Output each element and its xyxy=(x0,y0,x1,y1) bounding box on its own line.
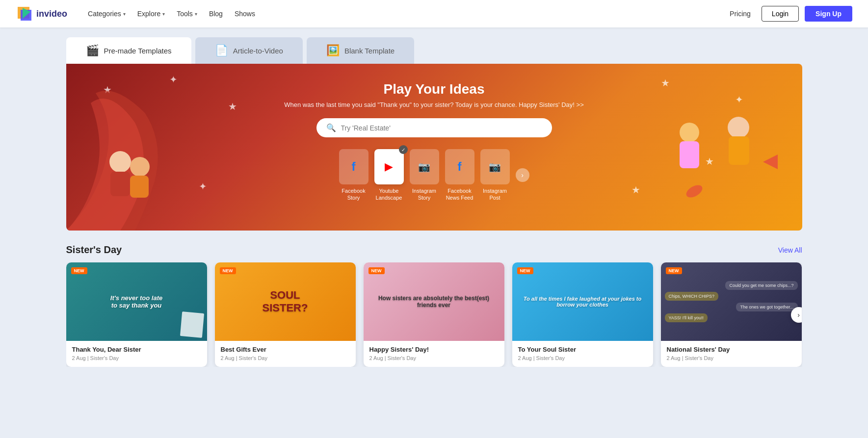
new-badge: NEW xyxy=(220,267,236,274)
formats-next-button[interactable]: › xyxy=(516,168,529,182)
card-thumbnail-2: NEW SOULSISTER? xyxy=(215,262,356,341)
svg-rect-5 xyxy=(110,172,130,196)
tab-article-to-video[interactable]: 📄 Article-to-Video xyxy=(195,37,303,64)
svg-rect-8 xyxy=(680,141,699,168)
logo[interactable]: invideo xyxy=(16,5,67,23)
format-label-ig-post: InstagramPost xyxy=(483,187,507,202)
navbar: invideo Categories ▾ Explore ▾ Tools ▾ B… xyxy=(0,0,868,27)
format-icon-box-fb-feed: f xyxy=(445,149,474,184)
article-icon: 📄 xyxy=(215,44,228,57)
signup-button[interactable]: Sign Up xyxy=(805,6,852,22)
card-meta-2: 2 Aug | Sister's Day xyxy=(221,355,350,361)
star-deco: ★ xyxy=(661,77,670,89)
svg-point-9 xyxy=(728,117,749,138)
format-label-fb-feed: FacebookNews Feed xyxy=(446,187,473,202)
card-2[interactable]: NEW SOULSISTER? Best Gifts Ever 2 Aug | … xyxy=(215,262,356,367)
card-thumbnail-3: NEW How sisters are absolutely the best(… xyxy=(364,262,504,341)
nav-right: Pricing Login Sign Up xyxy=(725,6,852,22)
banner: ★ ✦ ★ ★ ✦ ★ ✦ ★ ★ xyxy=(66,64,802,231)
search-input[interactable] xyxy=(341,124,542,132)
new-badge: NEW xyxy=(368,267,385,274)
facebook-icon: f xyxy=(352,160,356,174)
card-title-2: Best Gifts Ever xyxy=(221,346,350,353)
card-thumb-text-4: To all the times I fake laughed at your … xyxy=(512,290,653,313)
card-meta-3: 2 Aug | Sister's Day xyxy=(369,355,499,361)
main-content: 🎬 Pre-made Templates 📄 Article-to-Video … xyxy=(0,27,868,379)
star-deco: ★ xyxy=(125,155,134,167)
template-tabs: 🎬 Pre-made Templates 📄 Article-to-Video … xyxy=(66,37,802,64)
svg-point-3 xyxy=(109,151,131,173)
instagram-icon: 📷 xyxy=(418,161,430,173)
format-icon-box-fb-story: f xyxy=(339,149,368,184)
card-title-3: Happy Sisters' Day! xyxy=(369,346,499,353)
youtube-icon: ▶ xyxy=(385,160,393,173)
card-thumb-text-3: How sisters are absolutely the best(est)… xyxy=(364,289,504,314)
format-label-ig-story: InstagramStory xyxy=(412,187,436,202)
nav-links: Categories ▾ Explore ▾ Tools ▾ Blog Show… xyxy=(83,7,725,21)
star-deco: ✦ xyxy=(735,94,743,105)
nav-blog[interactable]: Blog xyxy=(204,7,228,21)
logo-icon xyxy=(16,5,33,23)
logo-text: invideo xyxy=(36,9,67,19)
format-facebook-story[interactable]: f FacebookStory xyxy=(339,149,368,202)
card-thumbnail-5: NEW Could you get me some chips...? Chip… xyxy=(661,262,802,341)
new-badge: NEW xyxy=(517,267,533,274)
new-badge: NEW xyxy=(71,267,87,274)
svg-point-7 xyxy=(680,123,699,142)
card-5[interactable]: NEW Could you get me some chips...? Chip… xyxy=(661,262,802,367)
star-deco: ★ xyxy=(228,101,237,112)
card-info-2: Best Gifts Ever 2 Aug | Sister's Day xyxy=(215,341,356,367)
card-title-1: Thank You, Dear Sister xyxy=(72,346,201,353)
login-button[interactable]: Login xyxy=(762,6,799,22)
tab-premade[interactable]: 🎬 Pre-made Templates xyxy=(66,37,191,64)
format-instagram-post[interactable]: 📷 InstagramPost xyxy=(480,149,510,202)
view-all-link[interactable]: View All xyxy=(778,246,802,254)
instagram-icon: 📷 xyxy=(489,161,501,173)
card-info-1: Thank You, Dear Sister 2 Aug | Sister's … xyxy=(66,341,207,367)
card-thumb-text-2: SOULSISTER? xyxy=(257,283,314,320)
nav-tools[interactable]: Tools ▾ xyxy=(172,7,202,21)
card-3[interactable]: NEW How sisters are absolutely the best(… xyxy=(364,262,504,367)
search-icon: 🔍 xyxy=(326,123,336,132)
card-meta-5: 2 Aug | Sister's Day xyxy=(667,355,796,361)
card-thumbnail-1: NEW It's never too lateto say thank you xyxy=(66,262,207,341)
star-deco: ✦ xyxy=(199,180,207,192)
card-info-4: To Your Soul Sister 2 Aug | Sister's Day xyxy=(512,341,653,367)
polaroid-deco xyxy=(180,311,204,338)
star-deco: ✦ xyxy=(169,74,178,85)
card-title-4: To Your Soul Sister xyxy=(518,346,647,353)
nav-shows[interactable]: Shows xyxy=(230,7,260,21)
chevron-down-icon: ▾ xyxy=(195,11,197,17)
format-label-fb-story: FacebookStory xyxy=(342,187,365,202)
cards-row: NEW It's never too lateto say thank you … xyxy=(66,262,802,367)
svg-point-4 xyxy=(130,157,150,177)
format-instagram-story[interactable]: 📷 InstagramStory xyxy=(410,149,439,202)
search-bar: 🔍 xyxy=(316,118,552,137)
format-label-yt: YoutubeLandscape xyxy=(376,187,402,202)
banner-title: Play Your Ideas xyxy=(384,81,485,97)
format-youtube-landscape[interactable]: ▶ YoutubeLandscape xyxy=(374,149,404,202)
card-4[interactable]: NEW To all the times I fake laughed at y… xyxy=(512,262,653,367)
card-title-5: National Sisters' Day xyxy=(667,346,796,353)
format-icon-box-yt: ▶ xyxy=(374,149,404,184)
card-info-5: National Sisters' Day 2 Aug | Sister's D… xyxy=(661,341,802,367)
pricing-link[interactable]: Pricing xyxy=(725,7,756,21)
section-header: Sister's Day View All xyxy=(66,244,802,256)
banner-left-deco xyxy=(66,64,204,231)
nav-categories[interactable]: Categories ▾ xyxy=(83,7,131,21)
star-deco: ★ xyxy=(631,184,640,196)
facebook-icon: f xyxy=(458,160,462,174)
svg-rect-6 xyxy=(130,176,149,198)
chevron-down-icon: ▾ xyxy=(123,11,126,17)
card-1[interactable]: NEW It's never too lateto say thank you … xyxy=(66,262,207,367)
chevron-down-icon: ▾ xyxy=(162,11,165,17)
nav-explore[interactable]: Explore ▾ xyxy=(132,7,170,21)
svg-marker-11 xyxy=(763,155,778,169)
card-thumb-text-1: It's never too lateto say thank you xyxy=(105,288,168,315)
card-thumbnail-4: NEW To all the times I fake laughed at y… xyxy=(512,262,653,341)
tab-blank-template[interactable]: 🖼️ Blank Template xyxy=(307,37,414,64)
banner-subtitle: When was the last time you said "Thank y… xyxy=(284,101,583,108)
card-meta-4: 2 Aug | Sister's Day xyxy=(518,355,647,361)
format-facebook-newsfeed[interactable]: f FacebookNews Feed xyxy=(445,149,474,202)
format-filters: f FacebookStory ▶ YoutubeLandscape 📷 Ins… xyxy=(339,149,529,202)
